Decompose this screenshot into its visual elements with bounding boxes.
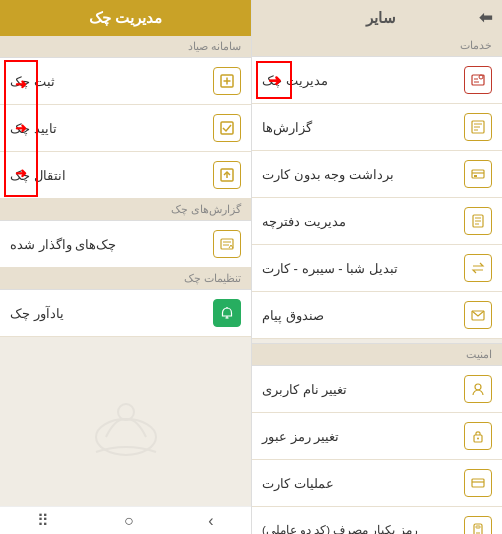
left-phone-back-icon[interactable]: ‹: [208, 512, 213, 530]
menu-item-sabte-chek[interactable]: ثبت چک: [0, 58, 251, 105]
menu-item-chek-vagozar[interactable]: چک‌های واگذار شده: [0, 221, 251, 268]
right-menu-ramz-yakbar-label: رمز یکبار مصرف (کد دو عاملی): [262, 523, 418, 534]
section-label-tanzim: تنظیمات چک: [0, 268, 251, 290]
menu-item-enteqal-chek-label: انتقال چک: [10, 168, 66, 183]
right-menu-daftarche[interactable]: مدیریت دفترچه: [252, 198, 502, 245]
right-section-khadamat: خدمات: [252, 35, 502, 57]
menu-item-enteqal-chek[interactable]: انتقال چک: [0, 152, 251, 199]
svg-point-32: [477, 438, 479, 440]
right-back-icon[interactable]: ⬅: [479, 8, 492, 27]
svg-rect-14: [472, 75, 484, 85]
left-header-title: مدیریت چک: [89, 9, 162, 27]
right-header-title: سایر: [366, 9, 396, 27]
right-panel-header: ⬅ سایر: [252, 0, 502, 35]
right-menu-amaliyat-kart-icon: [464, 469, 492, 497]
menu-item-tayid-chek-label: تایید چک: [10, 121, 57, 136]
right-menu-tabdil[interactable]: تبدیل شبا - سیبره - کارت: [252, 245, 502, 292]
svg-point-13: [118, 404, 134, 420]
menu-item-yadavar-icon: [213, 299, 241, 327]
left-phone-menu-icon[interactable]: ⠿: [37, 511, 49, 530]
menu-item-yadavar[interactable]: یادآور چک: [0, 290, 251, 337]
right-panel: ⬅ سایر خدمات ➜ مدیریت چک گزارش‌ها برداشت…: [251, 0, 502, 534]
right-menu-daftarche-label: مدیریت دفترچه: [262, 214, 346, 229]
left-panel: مدیریت چک سامانه صیاد ➜ ➜ ➜ ثبت چک تایید…: [0, 0, 251, 534]
right-menu-bardash[interactable]: برداشت وجه بدون کارت: [252, 151, 502, 198]
right-menu-nam-karbari-label: تغییر نام کاربری: [262, 382, 347, 397]
menu-item-sabte-chek-label: ثبت چک: [10, 74, 55, 89]
menu-item-sabte-chek-icon: [213, 67, 241, 95]
menu-item-chek-vagozar-icon: [213, 230, 241, 258]
right-menu-amaliyat-kart-label: عملیات کارت: [262, 476, 334, 491]
right-menu-bardash-icon: [464, 160, 492, 188]
svg-rect-3: [221, 122, 233, 134]
right-menu-gozaresh[interactable]: گزارش‌ها: [252, 104, 502, 151]
right-menu-gozaresh-icon: [464, 113, 492, 141]
right-menu-nam-karbari[interactable]: تغییر نام کاربری: [252, 366, 502, 413]
left-phone-bar: ⠿ ○ ‹: [0, 506, 251, 534]
left-watermark: [0, 337, 251, 506]
right-menu-modiriyat-chek-icon: [464, 66, 492, 94]
section-label-gozaresh: گزارش‌های چک: [0, 199, 251, 221]
menu-item-tayid-chek-icon: [213, 114, 241, 142]
right-menu-sandoq-icon: [464, 301, 492, 329]
section-label-samaneh: سامانه صیاد: [0, 36, 251, 58]
right-menu-daftarche-icon: [464, 207, 492, 235]
right-menu-ramz-yakbar[interactable]: رمز یکبار مصرف (کد دو عاملی): [252, 507, 502, 534]
samaneh-items-group: ➜ ➜ ➜ ثبت چک تایید چک انتقال چک: [0, 58, 251, 199]
right-menu-sandoq[interactable]: صندوق پیام: [252, 292, 502, 339]
right-menu-ramz-obor-icon: [464, 422, 492, 450]
right-menu-ramz-yakbar-icon: [464, 516, 492, 534]
right-menu-ramz-obor-label: تغییر رمز عبور: [262, 429, 339, 444]
svg-rect-33: [472, 479, 484, 487]
right-menu-modiriyat-chek-label: مدیریت چک: [262, 73, 328, 88]
right-menu-gozaresh-label: گزارش‌ها: [262, 120, 312, 135]
left-content: سامانه صیاد ➜ ➜ ➜ ثبت چک تایید چک: [0, 36, 251, 506]
svg-rect-37: [476, 526, 480, 528]
right-menu-tabdil-icon: [464, 254, 492, 282]
svg-rect-22: [472, 170, 484, 178]
menu-item-chek-vagozar-label: چک‌های واگذار شده: [10, 237, 116, 252]
right-menu-bardash-label: برداشت وجه بدون کارت: [262, 167, 394, 182]
right-menu-ramz-obor[interactable]: تغییر رمز عبور: [252, 413, 502, 460]
menu-item-yadavar-label: یادآور چک: [10, 306, 64, 321]
left-phone-home-icon[interactable]: ○: [124, 512, 134, 530]
left-panel-header: مدیریت چک: [0, 0, 251, 36]
right-menu-modiriyat-chek[interactable]: ➜ مدیریت چک: [252, 57, 502, 104]
svg-point-30: [475, 384, 481, 390]
menu-item-enteqal-chek-icon: [213, 161, 241, 189]
svg-rect-6: [221, 239, 233, 249]
right-section-amniyat: امنیت: [252, 343, 502, 366]
right-menu-nam-karbari-icon: [464, 375, 492, 403]
menu-item-tayid-chek[interactable]: تایید چک: [0, 105, 251, 152]
svg-rect-24: [474, 175, 477, 177]
right-menu-tabdil-label: تبدیل شبا - سیبره - کارت: [262, 261, 398, 276]
right-menu-amaliyat-kart[interactable]: عملیات کارت: [252, 460, 502, 507]
right-menu-sandoq-label: صندوق پیام: [262, 308, 324, 323]
